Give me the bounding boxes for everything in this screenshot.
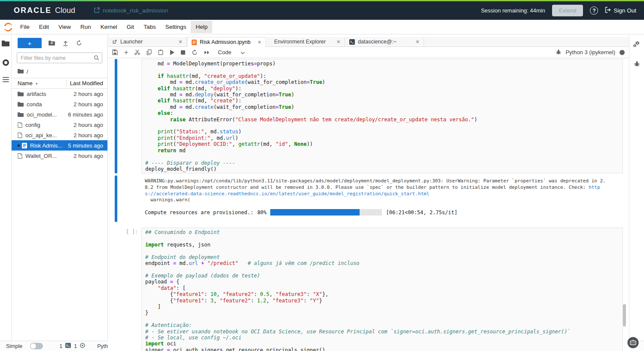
cell-type-dropdown[interactable]: Code	[218, 49, 245, 55]
code-line: signer = oci.auth.signers.get_resource_p…	[145, 347, 619, 351]
sign-out-button[interactable]: Sign Out	[605, 7, 636, 14]
run-cell-button[interactable]	[170, 50, 174, 55]
left-activity-bar	[0, 34, 12, 351]
file-row-config[interactable]: config2 hours ago	[12, 120, 107, 130]
assistant-widget-icon[interactable]	[627, 337, 639, 350]
code-cell-2[interactable]: [ ]: ## Consumindo o Endpoint import req…	[108, 228, 623, 351]
code-line: # - Se local, use config ~/.oci	[145, 335, 619, 341]
code-line: WARNING:py.warnings:/opt/conda/lib/pytho…	[145, 178, 620, 185]
menu-git[interactable]: Git	[122, 21, 139, 33]
content-area: Launcher×Risk Admission.ipynb×Environmen…	[107, 34, 629, 351]
running-sessions-icon[interactable]	[3, 59, 9, 66]
column-name-header[interactable]: Name ▲	[18, 80, 67, 86]
add-cell-button[interactable]: +	[124, 49, 128, 56]
cut-cell-button[interactable]	[134, 49, 140, 55]
code-line	[145, 236, 619, 242]
code-line: {"feature1": 10, "feature2": 0.5, "featu…	[145, 291, 619, 297]
file-modified: 6 minutes ago	[68, 111, 103, 118]
close-icon[interactable]: ×	[257, 39, 262, 46]
progress-timing: [06:21<00:54, 2.75s/it]	[386, 209, 458, 216]
folder-icon	[18, 102, 24, 107]
code-line	[145, 316, 619, 322]
menu-file[interactable]: File	[15, 21, 34, 33]
file-name: Wallet_OR...	[25, 153, 70, 159]
code-line: 8.2 from ModelDeployment constructor and…	[145, 185, 620, 191]
notebook-session-link[interactable]: notebook_risk_admission	[94, 7, 168, 14]
code-line	[145, 267, 619, 273]
menu-kernel[interactable]: Kernel	[96, 21, 122, 33]
code-line: return md	[145, 148, 619, 154]
file-browser-panel: + / Name ▲ Last Modified artifacts2 h	[12, 34, 107, 351]
upload-button[interactable]	[62, 40, 69, 47]
file-row-oci-api-ke-[interactable]: oci_api_ke...2 hours ago	[12, 130, 107, 140]
cell-prompt	[117, 59, 141, 173]
code-line: }	[145, 310, 619, 316]
close-icon[interactable]: ×	[336, 38, 341, 45]
refresh-button[interactable]	[75, 39, 83, 47]
tab-label: Launcher	[120, 39, 175, 45]
new-folder-button[interactable]	[48, 40, 56, 46]
close-icon[interactable]: ×	[415, 38, 420, 45]
notebook-panel: md = ModelDeployment(properties=props) i…	[108, 58, 629, 351]
debugger-icon[interactable]	[556, 49, 561, 56]
menu-view[interactable]: View	[54, 21, 76, 33]
simple-mode-toggle[interactable]	[30, 343, 43, 349]
file-row-oci-model-[interactable]: oci_model...6 minutes ago	[12, 109, 107, 120]
debugger-panel-icon[interactable]	[634, 61, 640, 68]
tab-environment-explorer[interactable]: Environment Explorer×	[266, 37, 345, 46]
menu-settings[interactable]: Settings	[161, 21, 191, 33]
menu-edit[interactable]: Edit	[34, 21, 54, 33]
tab-launcher[interactable]: Launcher×	[108, 37, 187, 46]
kernel-sessions-icon	[80, 343, 85, 349]
extend-button[interactable]: Extend	[552, 5, 583, 16]
progress-percent: 80%	[257, 209, 267, 216]
restart-run-all-button[interactable]	[204, 50, 210, 55]
sort-ascending-icon: ▲	[35, 82, 38, 85]
file-list: artifacts2 hours agoconda2 hours agooci_…	[12, 89, 107, 351]
file-row-wallet-or-[interactable]: Wallet_OR...2 hours ago	[12, 151, 107, 161]
simple-mode-label: Simple	[6, 343, 22, 349]
tab-datascience-[interactable]: datascience@:~×	[345, 37, 424, 46]
restart-kernel-button[interactable]	[192, 49, 198, 55]
help-icon[interactable]	[590, 6, 598, 15]
save-button[interactable]	[112, 49, 118, 55]
filter-files-input[interactable]	[17, 52, 102, 63]
file-row-conda[interactable]: conda2 hours ago	[12, 99, 107, 109]
code-cell-1[interactable]: md = ModelDeployment(properties=props) i…	[108, 59, 623, 173]
cell-editor[interactable]: ## Consumindo o Endpoint import requests…	[141, 228, 623, 351]
menu-run[interactable]: Run	[76, 21, 96, 33]
kernels-count[interactable]: 1	[74, 343, 77, 349]
cell-type-value: Code	[218, 49, 231, 55]
file-name: artifacts	[27, 91, 70, 97]
notebook-scrollbar-thumb[interactable]	[623, 304, 626, 326]
paste-cell-button[interactable]	[158, 49, 163, 55]
file-row-risk-admis-[interactable]: Risk Admis...5 minutes ago	[12, 140, 107, 151]
property-inspector-icon[interactable]	[633, 41, 640, 49]
breadcrumb[interactable]: /	[12, 65, 107, 78]
interrupt-kernel-button[interactable]	[181, 50, 185, 55]
file-name: config	[25, 122, 70, 128]
file-browser-toolbar: +	[12, 34, 107, 51]
code-line: md = md.create(wait_for_completion=True)	[145, 104, 619, 110]
cell-1-output: WARNING:py.warnings:/opt/conda/lib/pytho…	[108, 176, 623, 222]
table-of-contents-icon[interactable]	[3, 77, 9, 82]
terminals-count[interactable]: 1	[59, 343, 62, 349]
code-line: md = md.create_or_update(wait_for_comple…	[145, 79, 619, 85]
code-line: print("Status:", md.status)	[145, 129, 619, 135]
menu-items: FileEditViewRunKernelGitTabsSettingsHelp	[15, 21, 212, 33]
column-modified-header[interactable]: Last Modified	[67, 80, 103, 86]
file-browser-icon[interactable]	[2, 40, 9, 48]
terminal-icon	[349, 39, 355, 45]
menu-help[interactable]: Help	[191, 21, 212, 33]
sign-out-icon	[605, 7, 611, 14]
cell-editor[interactable]: md = ModelDeployment(properties=props) i…	[141, 59, 623, 173]
new-launcher-button[interactable]: +	[18, 38, 42, 48]
file-row-artifacts[interactable]: artifacts2 hours ago	[12, 89, 107, 99]
menu-tabs[interactable]: Tabs	[139, 21, 161, 33]
tab-risk-admission-ipynb[interactable]: Risk Admission.ipynb×	[187, 37, 266, 47]
close-icon[interactable]: ×	[178, 38, 183, 45]
kernel-name[interactable]: Python 3 (ipykernel)	[565, 49, 615, 55]
main-area: + / Name ▲ Last Modified artifacts2 h	[0, 34, 644, 341]
folder-icon	[18, 92, 24, 96]
copy-cell-button[interactable]	[147, 49, 152, 55]
